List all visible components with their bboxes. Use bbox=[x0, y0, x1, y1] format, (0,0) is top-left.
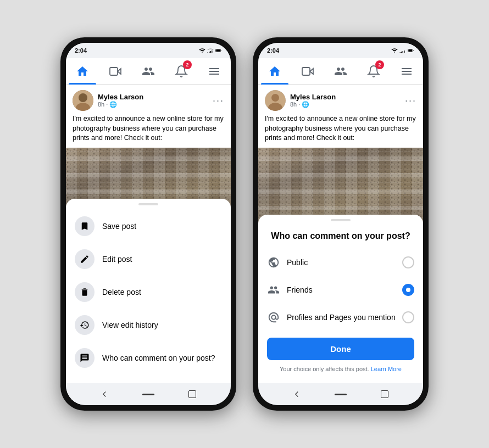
post-more-right[interactable]: ··· bbox=[405, 95, 416, 107]
signal-icon bbox=[207, 47, 214, 54]
status-icons-right bbox=[391, 47, 414, 54]
nav-video-right[interactable] bbox=[294, 58, 321, 85]
post-area-right: Myles Larson 8h · 🌐 ··· I'm excited to a… bbox=[258, 85, 423, 383]
option-friends[interactable]: Friends bbox=[258, 276, 423, 304]
save-icon bbox=[80, 221, 90, 231]
status-bar-right: 2:04 bbox=[258, 43, 423, 58]
who-comment-label: Who can comment on your post? bbox=[102, 354, 215, 362]
svg-rect-20 bbox=[404, 51, 405, 53]
svg-point-29 bbox=[271, 94, 279, 102]
svg-point-9 bbox=[79, 94, 87, 102]
nav-video-left[interactable] bbox=[102, 58, 129, 85]
comment-icon bbox=[80, 353, 90, 363]
friends-icon bbox=[268, 284, 280, 296]
done-button[interactable]: Done bbox=[267, 338, 414, 360]
back-button-right[interactable] bbox=[291, 388, 303, 400]
mention-icon-container bbox=[267, 311, 280, 324]
nav-groups-left[interactable] bbox=[135, 58, 162, 85]
back-button-left[interactable] bbox=[98, 388, 110, 400]
svg-rect-25 bbox=[408, 49, 412, 52]
choice-note: Your choice only affects this post. Lear… bbox=[258, 363, 423, 372]
post-username-left: Myles Larson bbox=[98, 93, 208, 101]
save-post-label: Save post bbox=[102, 222, 136, 231]
avatar-right bbox=[265, 90, 286, 111]
nav-home-left[interactable] bbox=[69, 58, 96, 85]
home-icon-right bbox=[268, 65, 281, 78]
nav-groups-right[interactable] bbox=[327, 58, 354, 85]
wifi-icon bbox=[199, 47, 205, 54]
svg-rect-3 bbox=[208, 52, 209, 53]
edit-post-icon-container bbox=[75, 249, 95, 269]
bottom-sheet-left: Save post Edit post Delete post bbox=[66, 199, 231, 383]
square-icon-right bbox=[381, 390, 388, 398]
square-icon-left bbox=[188, 390, 196, 398]
svg-marker-27 bbox=[310, 69, 313, 74]
post-more-left[interactable]: ··· bbox=[213, 95, 224, 107]
radio-public[interactable] bbox=[402, 256, 414, 268]
wifi-icon-right bbox=[391, 47, 398, 54]
square-button-left[interactable] bbox=[186, 388, 198, 400]
video-icon bbox=[109, 65, 122, 78]
svg-rect-6 bbox=[110, 68, 118, 75]
nav-home-right[interactable] bbox=[261, 58, 288, 85]
home-button-right[interactable] bbox=[335, 388, 347, 400]
menu-save-post[interactable]: Save post bbox=[66, 210, 231, 243]
svg-rect-2 bbox=[209, 52, 210, 53]
post-text-left: I'm excited to announce a new online sto… bbox=[66, 114, 231, 148]
status-bar-left: 2:04 bbox=[66, 43, 231, 58]
comment-icon-container bbox=[75, 348, 95, 368]
delete-post-icon-container bbox=[75, 282, 95, 302]
nav-bell-right[interactable]: 2 bbox=[360, 58, 387, 85]
menu-delete-post[interactable]: Delete post bbox=[66, 276, 231, 309]
option-public[interactable]: Public bbox=[258, 249, 423, 276]
nav-menu-left[interactable] bbox=[201, 58, 228, 85]
home-icon bbox=[76, 65, 89, 78]
avatar-image-right bbox=[265, 90, 286, 111]
post-area-left: Myles Larson 8h · 🌐 ··· I'm excited to a… bbox=[66, 85, 231, 383]
bottom-nav-right bbox=[258, 383, 423, 405]
menu-who-comment[interactable]: Who can comment on your post? bbox=[66, 341, 231, 374]
radio-friends[interactable] bbox=[402, 284, 414, 296]
battery-icon bbox=[215, 47, 222, 54]
status-time-right: 2:04 bbox=[267, 47, 279, 54]
home-bar-right bbox=[335, 394, 347, 395]
menu-edit-post[interactable]: Edit post bbox=[66, 243, 231, 276]
avatar-image-left bbox=[73, 90, 93, 111]
nav-menu-right[interactable] bbox=[393, 58, 420, 85]
dialog-title-right: Who can comment on your post? bbox=[258, 226, 423, 249]
scene: 2:04 bbox=[0, 0, 489, 448]
notification-badge-left: 2 bbox=[183, 60, 192, 69]
fb-nav-right: 2 bbox=[258, 58, 423, 85]
friends-label: Friends bbox=[287, 285, 396, 294]
signal-icon-right bbox=[399, 47, 406, 54]
back-icon-left bbox=[99, 389, 109, 399]
home-button-left[interactable] bbox=[142, 388, 154, 400]
post-text-right: I'm excited to announce a new online sto… bbox=[258, 114, 423, 148]
nav-bell-left[interactable]: 2 bbox=[168, 58, 195, 85]
learn-more-link[interactable]: Learn More bbox=[371, 366, 402, 372]
phone-left: 2:04 bbox=[60, 37, 236, 411]
menu-view-history[interactable]: View edit history bbox=[66, 309, 231, 341]
sheet-handle-left bbox=[138, 203, 158, 205]
radio-mention[interactable] bbox=[402, 311, 414, 323]
video-icon-right bbox=[301, 65, 314, 78]
status-icons-left bbox=[199, 47, 222, 54]
delete-icon bbox=[80, 287, 90, 297]
mention-icon bbox=[268, 311, 280, 323]
square-button-right[interactable] bbox=[379, 388, 391, 400]
option-mention[interactable]: Profiles and Pages you mention bbox=[258, 304, 423, 331]
svg-rect-26 bbox=[302, 68, 310, 75]
dialog-handle-right bbox=[331, 219, 351, 221]
friends-icon-container bbox=[267, 283, 280, 296]
groups-icon-right bbox=[334, 65, 347, 78]
svg-rect-21 bbox=[403, 51, 404, 53]
menu-icon bbox=[208, 65, 221, 78]
menu-icon-right bbox=[400, 65, 413, 78]
globe-icon-container bbox=[267, 256, 280, 269]
globe-icon bbox=[268, 256, 280, 268]
post-user-info-right: Myles Larson 8h · 🌐 bbox=[290, 93, 401, 108]
back-icon-right bbox=[292, 389, 302, 399]
public-label: Public bbox=[287, 258, 396, 267]
fb-nav-left: 2 bbox=[66, 58, 231, 85]
svg-rect-23 bbox=[400, 52, 401, 53]
